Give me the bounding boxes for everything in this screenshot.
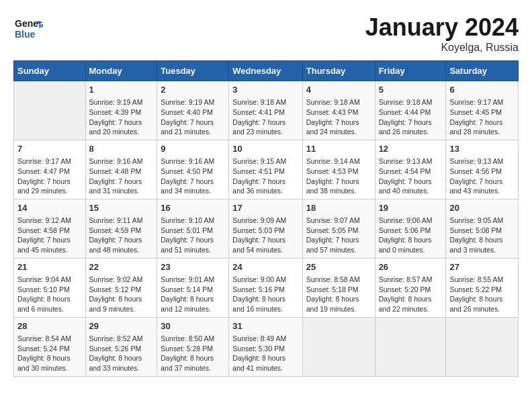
day-number: 3 xyxy=(232,84,298,96)
day-info: Sunrise: 8:58 AM Sunset: 5:18 PM Dayligh… xyxy=(306,275,371,314)
day-number: 23 xyxy=(161,261,225,273)
day-number: 11 xyxy=(306,143,371,155)
svg-text:Blue: Blue xyxy=(15,29,36,40)
day-info: Sunrise: 9:18 AM Sunset: 4:43 PM Dayligh… xyxy=(306,97,371,137)
month-title: January 2024 xyxy=(365,13,519,42)
day-number: 2 xyxy=(161,84,225,96)
day-header-friday: Friday xyxy=(375,61,446,81)
day-info: Sunrise: 9:15 AM Sunset: 4:51 PM Dayligh… xyxy=(232,156,298,196)
day-info: Sunrise: 9:13 AM Sunset: 4:56 PM Dayligh… xyxy=(449,156,515,196)
day-number: 28 xyxy=(17,320,82,332)
day-info: Sunrise: 9:19 AM Sunset: 4:40 PM Dayligh… xyxy=(161,97,225,137)
week-row-2: 7Sunrise: 9:17 AM Sunset: 4:47 PM Daylig… xyxy=(14,140,519,199)
day-info: Sunrise: 9:14 AM Sunset: 4:53 PM Dayligh… xyxy=(306,156,371,196)
day-cell: 15Sunrise: 9:11 AM Sunset: 4:59 PM Dayli… xyxy=(85,199,157,258)
day-number: 25 xyxy=(306,261,371,273)
day-number: 4 xyxy=(306,84,371,96)
day-header-wednesday: Wednesday xyxy=(229,61,302,81)
day-info: Sunrise: 9:16 AM Sunset: 4:48 PM Dayligh… xyxy=(89,156,154,196)
day-cell: 28Sunrise: 8:54 AM Sunset: 5:24 PM Dayli… xyxy=(14,317,86,376)
day-number: 21 xyxy=(17,261,82,273)
title-block: January 2024 Koyelga, Russia xyxy=(365,13,519,54)
day-cell: 31Sunrise: 8:49 AM Sunset: 5:30 PM Dayli… xyxy=(229,317,302,376)
day-number: 18 xyxy=(306,202,371,214)
day-number: 12 xyxy=(379,143,443,155)
day-info: Sunrise: 8:50 AM Sunset: 5:28 PM Dayligh… xyxy=(161,334,225,373)
day-cell: 16Sunrise: 9:10 AM Sunset: 5:01 PM Dayli… xyxy=(157,199,229,258)
day-info: Sunrise: 9:12 AM Sunset: 4:58 PM Dayligh… xyxy=(17,216,82,255)
day-number: 9 xyxy=(161,143,225,155)
day-number: 19 xyxy=(379,202,443,214)
day-number: 22 xyxy=(89,261,154,273)
day-info: Sunrise: 9:06 AM Sunset: 5:06 PM Dayligh… xyxy=(379,216,443,255)
days-header-row: SundayMondayTuesdayWednesdayThursdayFrid… xyxy=(14,61,519,81)
day-cell: 10Sunrise: 9:15 AM Sunset: 4:51 PM Dayli… xyxy=(229,140,302,199)
day-cell xyxy=(375,317,446,376)
day-number: 6 xyxy=(449,84,515,96)
day-cell: 23Sunrise: 9:01 AM Sunset: 5:14 PM Dayli… xyxy=(157,258,229,317)
page-header: General Blue January 2024 Koyelga, Russi… xyxy=(13,13,519,54)
day-cell: 1Sunrise: 9:19 AM Sunset: 4:39 PM Daylig… xyxy=(85,81,157,140)
day-cell: 27Sunrise: 8:55 AM Sunset: 5:22 PM Dayli… xyxy=(446,258,519,317)
day-number: 16 xyxy=(161,202,225,214)
day-header-tuesday: Tuesday xyxy=(157,61,229,81)
day-cell: 6Sunrise: 9:17 AM Sunset: 4:45 PM Daylig… xyxy=(446,81,519,140)
day-number: 10 xyxy=(232,143,298,155)
day-cell: 14Sunrise: 9:12 AM Sunset: 4:58 PM Dayli… xyxy=(14,199,86,258)
day-cell: 8Sunrise: 9:16 AM Sunset: 4:48 PM Daylig… xyxy=(85,140,157,199)
day-cell: 21Sunrise: 9:04 AM Sunset: 5:10 PM Dayli… xyxy=(14,258,86,317)
day-header-monday: Monday xyxy=(85,61,157,81)
day-number: 7 xyxy=(17,143,82,155)
day-info: Sunrise: 8:57 AM Sunset: 5:20 PM Dayligh… xyxy=(379,275,443,314)
day-info: Sunrise: 8:55 AM Sunset: 5:22 PM Dayligh… xyxy=(449,275,515,314)
day-cell: 22Sunrise: 9:02 AM Sunset: 5:12 PM Dayli… xyxy=(85,258,157,317)
day-header-thursday: Thursday xyxy=(302,61,375,81)
day-info: Sunrise: 9:18 AM Sunset: 4:41 PM Dayligh… xyxy=(232,97,298,137)
day-cell: 13Sunrise: 9:13 AM Sunset: 4:56 PM Dayli… xyxy=(446,140,519,199)
week-row-3: 14Sunrise: 9:12 AM Sunset: 4:58 PM Dayli… xyxy=(14,199,519,258)
day-info: Sunrise: 8:49 AM Sunset: 5:30 PM Dayligh… xyxy=(232,334,298,373)
day-cell xyxy=(302,317,375,376)
day-cell: 2Sunrise: 9:19 AM Sunset: 4:40 PM Daylig… xyxy=(157,81,229,140)
week-row-4: 21Sunrise: 9:04 AM Sunset: 5:10 PM Dayli… xyxy=(14,258,519,317)
day-info: Sunrise: 9:17 AM Sunset: 4:45 PM Dayligh… xyxy=(449,97,515,137)
day-info: Sunrise: 9:00 AM Sunset: 5:16 PM Dayligh… xyxy=(232,275,298,314)
day-info: Sunrise: 9:10 AM Sunset: 5:01 PM Dayligh… xyxy=(161,216,225,255)
day-info: Sunrise: 9:01 AM Sunset: 5:14 PM Dayligh… xyxy=(161,275,225,314)
day-number: 30 xyxy=(161,320,225,332)
week-row-1: 1Sunrise: 9:19 AM Sunset: 4:39 PM Daylig… xyxy=(14,81,519,140)
day-info: Sunrise: 8:54 AM Sunset: 5:24 PM Dayligh… xyxy=(17,334,82,373)
day-cell: 5Sunrise: 9:18 AM Sunset: 4:44 PM Daylig… xyxy=(375,81,446,140)
day-cell: 20Sunrise: 9:05 AM Sunset: 5:08 PM Dayli… xyxy=(446,199,519,258)
location-title: Koyelga, Russia xyxy=(365,42,519,54)
day-number: 15 xyxy=(89,202,154,214)
day-cell: 29Sunrise: 8:52 AM Sunset: 5:26 PM Dayli… xyxy=(85,317,157,376)
day-info: Sunrise: 9:11 AM Sunset: 4:59 PM Dayligh… xyxy=(89,216,154,255)
day-number: 31 xyxy=(232,320,298,332)
day-number: 14 xyxy=(17,202,82,214)
day-info: Sunrise: 9:04 AM Sunset: 5:10 PM Dayligh… xyxy=(17,275,82,314)
day-cell: 30Sunrise: 8:50 AM Sunset: 5:28 PM Dayli… xyxy=(157,317,229,376)
day-cell: 3Sunrise: 9:18 AM Sunset: 4:41 PM Daylig… xyxy=(229,81,302,140)
day-cell: 17Sunrise: 9:09 AM Sunset: 5:03 PM Dayli… xyxy=(229,199,302,258)
day-cell: 18Sunrise: 9:07 AM Sunset: 5:05 PM Dayli… xyxy=(302,199,375,258)
day-info: Sunrise: 9:05 AM Sunset: 5:08 PM Dayligh… xyxy=(449,216,515,255)
day-info: Sunrise: 9:13 AM Sunset: 4:54 PM Dayligh… xyxy=(379,156,443,196)
day-cell: 12Sunrise: 9:13 AM Sunset: 4:54 PM Dayli… xyxy=(375,140,446,199)
day-header-sunday: Sunday xyxy=(14,61,86,81)
day-cell xyxy=(446,317,519,376)
day-cell: 26Sunrise: 8:57 AM Sunset: 5:20 PM Dayli… xyxy=(375,258,446,317)
day-number: 17 xyxy=(232,202,298,214)
day-info: Sunrise: 9:07 AM Sunset: 5:05 PM Dayligh… xyxy=(306,216,371,255)
day-number: 27 xyxy=(449,261,515,273)
day-cell: 25Sunrise: 8:58 AM Sunset: 5:18 PM Dayli… xyxy=(302,258,375,317)
day-number: 29 xyxy=(89,320,154,332)
logo: General Blue xyxy=(13,13,43,46)
calendar-table: SundayMondayTuesdayWednesdayThursdayFrid… xyxy=(13,60,519,377)
logo-icon: General Blue xyxy=(13,13,43,43)
day-cell: 4Sunrise: 9:18 AM Sunset: 4:43 PM Daylig… xyxy=(302,81,375,140)
day-number: 1 xyxy=(89,84,154,96)
day-cell: 9Sunrise: 9:16 AM Sunset: 4:50 PM Daylig… xyxy=(157,140,229,199)
day-number: 8 xyxy=(89,143,154,155)
day-cell: 7Sunrise: 9:17 AM Sunset: 4:47 PM Daylig… xyxy=(14,140,86,199)
